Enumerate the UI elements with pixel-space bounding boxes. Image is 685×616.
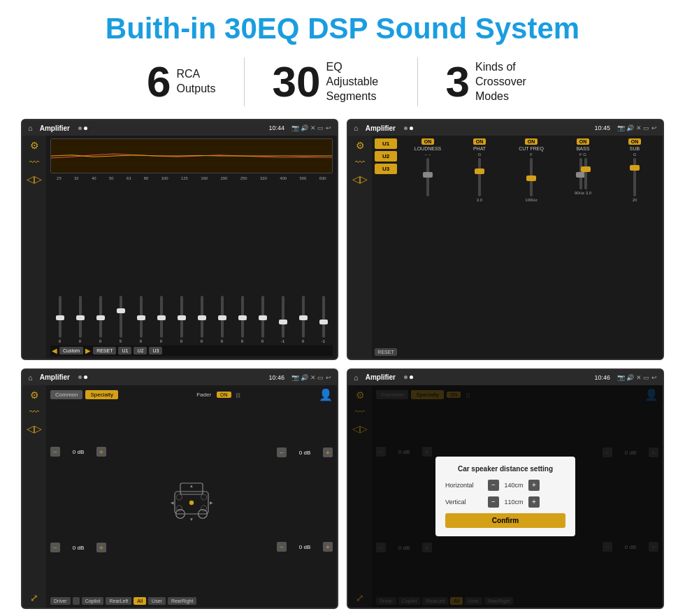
thumb-0[interactable] (56, 315, 64, 320)
db-control-bl: − 0 dB + (50, 543, 106, 552)
tab-specialty[interactable]: Specialty (85, 390, 117, 399)
thumb-3[interactable] (117, 308, 125, 313)
eq-sliders: 0 0 0 5 (50, 182, 333, 343)
bass-on[interactable]: ON (577, 138, 590, 145)
thumb-4[interactable] (137, 315, 145, 320)
db-minus-br[interactable]: − (277, 542, 287, 552)
track-6[interactable] (180, 296, 183, 338)
thumb-1[interactable] (76, 315, 85, 320)
expand-icon-3[interactable]: ⤢ (30, 592, 38, 603)
screen2-sidebar: ⚙ 〰 ◁▷ (348, 136, 372, 358)
loudness-track[interactable] (426, 158, 429, 196)
wave-icon-3[interactable]: 〰 (29, 406, 39, 417)
phat-on[interactable]: ON (473, 138, 486, 145)
btn-driver[interactable]: Driver (50, 597, 71, 605)
track-7[interactable] (201, 296, 203, 338)
cutfreq-thumb[interactable] (526, 176, 536, 181)
btn-rearleft[interactable]: RearLeft (106, 597, 131, 605)
preset-u1[interactable]: U1 (375, 138, 397, 149)
track-2[interactable] (99, 296, 102, 338)
amp-controls-row: ON LOUDNESS ~~ ON PHAT G (403, 138, 660, 355)
horizontal-minus-btn[interactable]: − (488, 480, 499, 491)
btn-rearright[interactable]: RearRight (168, 597, 197, 605)
eq-custom-btn[interactable]: Custom (59, 347, 83, 354)
eq-bottom-bar: ◀ Custom ▶ RESET U1 U2 U3 (50, 345, 333, 356)
sub-thumb[interactable] (630, 165, 640, 171)
track-10[interactable] (261, 296, 264, 338)
eq-icon-1[interactable]: ⚙ (30, 140, 39, 151)
eq-prev-btn[interactable]: ◀ (52, 347, 57, 354)
thumb-7[interactable] (198, 315, 206, 320)
preset-u2[interactable]: U2 (375, 151, 397, 162)
fader-on-toggle[interactable]: ON (217, 392, 231, 398)
track-5[interactable] (160, 296, 163, 338)
eq-u2-btn[interactable]: U2 (134, 347, 147, 354)
db-minus-tl[interactable]: − (50, 447, 60, 457)
bass-track1[interactable] (579, 158, 582, 189)
track-9[interactable] (241, 296, 244, 338)
thumb-2[interactable] (96, 315, 105, 320)
loudness-thumb[interactable] (423, 172, 433, 178)
svg-text:▶: ▶ (210, 499, 213, 504)
bass-thumb2[interactable] (581, 166, 591, 172)
thumb-8[interactable] (218, 315, 226, 320)
confirm-button[interactable]: Confirm (445, 513, 565, 528)
track-11[interactable] (282, 296, 284, 338)
track-8[interactable] (221, 296, 224, 338)
phat-track[interactable] (478, 158, 481, 196)
db-minus-tr[interactable]: − (277, 447, 287, 457)
eq-u1-btn[interactable]: U1 (118, 347, 131, 354)
db-plus-tl[interactable]: + (96, 447, 106, 457)
horizontal-plus-btn[interactable]: + (528, 480, 540, 491)
home-icon-2[interactable]: ⌂ (354, 124, 359, 132)
tab-common[interactable]: Common (50, 390, 82, 399)
home-icon-1[interactable]: ⌂ (28, 124, 33, 132)
sub-on[interactable]: ON (628, 138, 642, 145)
thumb-6[interactable] (178, 315, 186, 320)
home-icon-4[interactable]: ⌂ (354, 373, 359, 382)
track-13[interactable] (322, 296, 325, 338)
db-minus-bl[interactable]: − (50, 543, 60, 552)
sub-track[interactable] (633, 158, 636, 196)
thumb-11[interactable] (279, 320, 287, 324)
home-icon-3[interactable]: ⌂ (28, 373, 33, 382)
track-3[interactable] (120, 296, 122, 338)
thumb-12[interactable] (299, 315, 308, 320)
db-plus-tr[interactable]: + (323, 447, 333, 457)
track-12[interactable] (302, 296, 305, 338)
btn-all[interactable]: All (134, 597, 146, 605)
cutfreq-track[interactable] (530, 158, 533, 196)
vol-icon-1[interactable]: ◁▷ (27, 173, 42, 185)
track-1[interactable] (79, 296, 82, 338)
vol-icon-2[interactable]: ◁▷ (352, 173, 368, 185)
amp-reset-btn[interactable]: RESET (375, 348, 397, 356)
thumb-10[interactable] (259, 315, 267, 320)
db-plus-bl[interactable]: + (96, 543, 106, 552)
track-4[interactable] (140, 296, 143, 338)
screen4-title: Amplifier (366, 373, 396, 381)
thumb-13[interactable] (319, 320, 328, 324)
eq-next-btn[interactable]: ▶ (85, 347, 91, 354)
btn-user[interactable]: User (148, 597, 166, 605)
vertical-minus-btn[interactable]: − (488, 496, 499, 508)
vol-icon-3[interactable]: ◁▷ (27, 423, 42, 434)
phat-thumb[interactable] (475, 169, 484, 174)
thumb-9[interactable] (238, 315, 247, 320)
db-plus-br[interactable]: + (323, 542, 333, 552)
thumb-5[interactable] (157, 315, 166, 320)
wave-icon-2[interactable]: 〰 (355, 157, 365, 168)
eq-u3-btn[interactable]: U3 (149, 347, 162, 354)
bass-track2[interactable] (584, 158, 587, 189)
svg-point-11 (201, 506, 207, 511)
eq-icon-3[interactable]: ⚙ (30, 389, 39, 401)
loudness-on[interactable]: ON (421, 138, 435, 145)
preset-u3[interactable]: U3 (375, 164, 397, 174)
track-0[interactable] (59, 296, 62, 338)
eq-reset-btn[interactable]: RESET (93, 347, 116, 354)
btn-copilot[interactable]: Copilot (82, 597, 104, 605)
vertical-plus-btn[interactable]: + (528, 496, 540, 508)
eq-icon-2[interactable]: ⚙ (356, 140, 365, 151)
main-title: Buith-in 30EQ DSP Sound System (106, 13, 579, 45)
cutfreq-on[interactable]: ON (525, 138, 538, 145)
wave-icon-1[interactable]: 〰 (29, 157, 39, 168)
